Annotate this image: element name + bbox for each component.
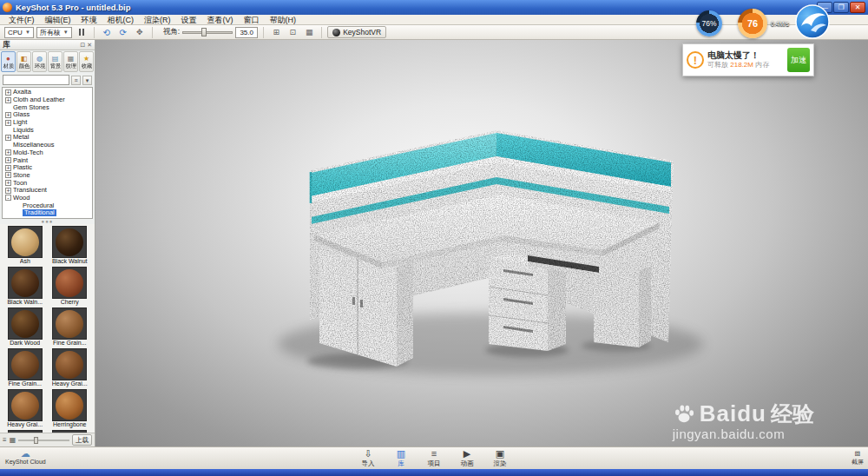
bottom-button[interactable]: ▣渲染: [486, 448, 514, 467]
screen-toggle-icon[interactable]: ⊞: [269, 26, 283, 38]
material-label: Dark Wood: [10, 340, 40, 347]
cpu-mode-label: CPU: [8, 29, 23, 36]
material-sphere: [11, 392, 39, 420]
library-tab[interactable]: ★收藏: [79, 51, 94, 72]
library-tab-label: 收藏: [81, 63, 92, 69]
expander-icon[interactable]: +: [5, 149, 11, 155]
menu-item[interactable]: 相机(C): [102, 15, 140, 25]
undo-icon[interactable]: ⟲: [100, 26, 114, 38]
tree-item[interactable]: +Stone: [3, 172, 92, 180]
material-item[interactable]: Black Waln...: [3, 267, 47, 306]
material-item[interactable]: Heavy Grai...: [3, 389, 47, 428]
keyshotvr-label: KeyShotVR: [343, 28, 381, 36]
expander-icon[interactable]: +: [5, 188, 11, 194]
tree-item-label: Wood: [13, 195, 30, 202]
cleaner-popup: ! 电脑太慢了！ 可释放 218.2M 内存 加速: [682, 43, 814, 76]
cores-select[interactable]: 所有核▼: [36, 27, 72, 38]
menu-item[interactable]: 帮助(H): [265, 15, 302, 25]
material-item[interactable]: Fine Grain...: [49, 307, 92, 347]
keyshot-cloud-button[interactable]: ☁ KeyShot Cloud: [5, 448, 46, 466]
boost-button[interactable]: 加速: [787, 48, 810, 72]
library-tab[interactable]: ●材质: [1, 51, 16, 72]
panel-toggle-icon[interactable]: ⊡: [286, 26, 299, 38]
tree-item[interactable]: Traditional: [3, 209, 92, 217]
fov-value-field[interactable]: 35.0: [235, 27, 258, 38]
redo-icon[interactable]: ⟳: [116, 26, 130, 38]
expander-icon[interactable]: +: [5, 180, 11, 186]
menu-item[interactable]: 渲染(R): [139, 15, 176, 25]
maximize-button[interactable]: ❐: [833, 2, 849, 13]
bottom-button[interactable]: ≡项目: [420, 448, 448, 467]
expander-icon[interactable]: +: [5, 135, 11, 141]
pause-render-button[interactable]: [75, 26, 89, 38]
material-tile: [8, 267, 43, 299]
expander-icon[interactable]: +: [5, 112, 11, 118]
cpu-mode-select[interactable]: CPU▼: [4, 27, 34, 38]
material-sphere: [11, 310, 39, 338]
library-tab[interactable]: ◍环境: [32, 51, 47, 72]
close-panel-icon[interactable]: ✕: [87, 42, 92, 49]
material-sphere: [11, 269, 39, 297]
expander-icon[interactable]: +: [5, 89, 11, 96]
keyshotvr-button[interactable]: KeyShotVR: [327, 26, 386, 38]
list-view-icon[interactable]: ≡: [3, 436, 7, 445]
gauge-memory[interactable]: 76%: [696, 10, 722, 36]
warning-icon: !: [687, 51, 704, 69]
expander-icon[interactable]: -: [5, 195, 11, 201]
material-item[interactable]: Dark Wood: [3, 307, 47, 347]
menu-item[interactable]: 环境: [76, 15, 102, 25]
search-input[interactable]: [3, 75, 69, 85]
filter-icon[interactable]: ≡: [71, 76, 81, 85]
library-tab[interactable]: ▤背景: [48, 51, 62, 72]
tree-item-label: Traditional: [23, 209, 56, 216]
library-tab-label: 环境: [34, 63, 45, 69]
sort-icon[interactable]: ▾: [82, 76, 92, 85]
bottom-button[interactable]: ▶动画: [453, 448, 481, 467]
expander-icon[interactable]: +: [5, 120, 11, 126]
menu-item[interactable]: 设置: [176, 15, 202, 25]
material-item[interactable]: Ash: [3, 226, 47, 265]
menu-item[interactable]: 文件(F): [3, 15, 40, 25]
material-item[interactable]: Black Walnut: [49, 226, 92, 265]
close-button[interactable]: ✕: [850, 2, 865, 13]
menu-item[interactable]: 窗口: [239, 15, 265, 25]
screenshot-button[interactable]: ⧈ 截屏: [852, 448, 864, 466]
expander-icon[interactable]: +: [5, 157, 11, 163]
tree-item-label: Stone: [13, 172, 30, 179]
grid-toggle-icon[interactable]: ▦: [302, 26, 316, 38]
expander-icon[interactable]: +: [5, 165, 11, 171]
material-item[interactable]: Herringbone: [49, 389, 92, 428]
tree-item[interactable]: +Mold-Tech: [3, 149, 92, 157]
material-item[interactable]: Heavy Grai...: [49, 348, 92, 387]
gauge-speedball[interactable]: 76: [738, 9, 767, 38]
library-tab[interactable]: ◧颜色: [16, 51, 31, 72]
fov-slider[interactable]: [182, 27, 233, 37]
upload-button[interactable]: 上载: [72, 434, 92, 446]
realtime-viewport[interactable]: Baidu 经验 jingyan.baidu.com: [95, 40, 868, 446]
move-tool-icon[interactable]: ✥: [133, 26, 147, 38]
tree-item[interactable]: -Wood: [3, 195, 92, 202]
material-label: Cherry: [61, 299, 79, 306]
menu-item[interactable]: 编辑(E): [40, 15, 76, 25]
windows-taskbar[interactable]: [0, 469, 868, 476]
watermark-url: jingyan.baidu.com: [673, 426, 814, 441]
menu-item[interactable]: 查看(V): [202, 15, 239, 25]
material-item[interactable]: Fine Grain...: [3, 348, 47, 387]
cloud-label: KeyShot Cloud: [5, 459, 46, 466]
material-item[interactable]: Cherry: [49, 267, 92, 306]
thumbnail-size-slider[interactable]: [18, 436, 69, 445]
float-panel-icon[interactable]: ⊡: [80, 42, 85, 49]
bird-logo-icon[interactable]: [794, 3, 831, 40]
bottom-button[interactable]: ⇩导入: [354, 448, 382, 467]
expander-icon[interactable]: +: [5, 172, 11, 178]
library-tab[interactable]: ▦纹理: [63, 51, 78, 72]
bottom-button[interactable]: ▥库: [387, 448, 415, 467]
material-label: Black Walnut: [52, 258, 88, 265]
library-tab-label: 材质: [3, 63, 14, 69]
vr-sphere-icon: [332, 29, 340, 36]
search-row: ≡ ▾: [0, 73, 95, 87]
watermark-brand: Baidu: [700, 401, 766, 426]
expander-icon[interactable]: +: [5, 97, 11, 103]
material-label: Herringbone: [53, 421, 87, 428]
grid-view-icon[interactable]: ▦: [10, 436, 16, 445]
